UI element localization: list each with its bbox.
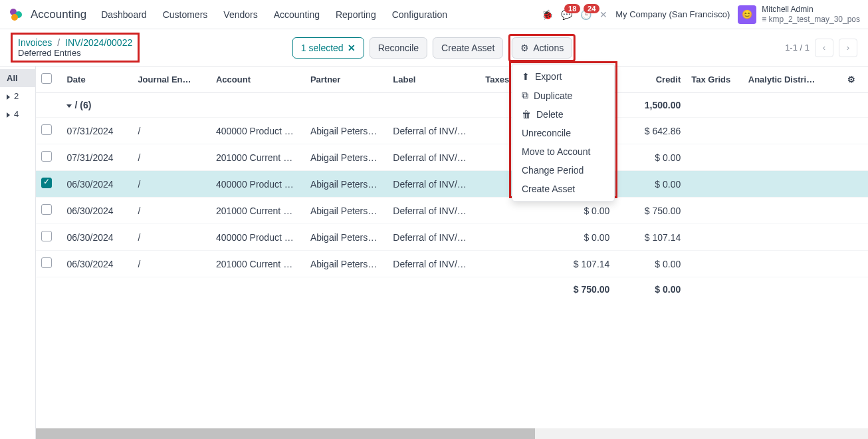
- total-debit: $ 750.00: [544, 277, 615, 302]
- col-account[interactable]: Account: [211, 67, 305, 93]
- adjust-icon[interactable]: ⚙: [847, 74, 855, 84]
- sidebar-item-4[interactable]: 4: [0, 105, 35, 123]
- action-unreconcile[interactable]: Unreconcile: [512, 124, 614, 142]
- activities-icon[interactable]: 🕒24: [580, 9, 592, 20]
- app-logo[interactable]: [8, 7, 24, 23]
- nav-dashboard[interactable]: Dashboard: [101, 9, 147, 20]
- action-duplicate[interactable]: ⧉Duplicate: [512, 86, 614, 105]
- group-row[interactable]: / (6) 1,500.00: [36, 93, 868, 118]
- row-checkbox[interactable]: [36, 118, 61, 144]
- caret-down-icon: [66, 104, 72, 108]
- navbar: Accounting Dashboard Customers Vendors A…: [0, 0, 868, 29]
- nav-configuration[interactable]: Configuration: [392, 9, 447, 20]
- row-checkbox[interactable]: [36, 224, 61, 251]
- cell-date: 07/31/2024: [61, 118, 132, 144]
- row-checkbox[interactable]: [36, 171, 61, 198]
- actions-button[interactable]: ⚙ Actions: [512, 37, 572, 59]
- action-create-asset[interactable]: Create Asset: [512, 180, 614, 198]
- cell-partner: Abigail Peters…: [305, 198, 387, 224]
- messages-icon[interactable]: 💬18: [561, 9, 572, 20]
- cell-account: 400000 Product …: [211, 171, 305, 198]
- action-move-to-account[interactable]: Move to Account: [512, 142, 614, 161]
- cell-tax-grids: [686, 118, 743, 144]
- nav-reporting[interactable]: Reporting: [336, 9, 376, 20]
- cell-analytic: [743, 198, 843, 224]
- cell-credit: $ 107.14: [615, 224, 686, 251]
- cell-analytic: [743, 251, 843, 277]
- col-partner[interactable]: Partner: [305, 67, 387, 93]
- cell-journal: /: [132, 198, 211, 224]
- user-menu[interactable]: 😊 Mitchell Admin ≡ kmp_2_test_may_30_pos: [738, 5, 860, 24]
- horizontal-scrollbar[interactable]: [36, 428, 868, 439]
- table-header-row: Date Journal En… Account Partner Label T…: [36, 67, 868, 93]
- cell-analytic: [743, 144, 843, 171]
- cell-analytic: [743, 118, 843, 144]
- bug-icon[interactable]: 🐞: [542, 9, 553, 20]
- cell-journal: /: [132, 251, 211, 277]
- row-checkbox[interactable]: [36, 251, 61, 277]
- table-row[interactable]: 06/30/2024 / 201000 Current … Abigail Pe…: [36, 198, 868, 224]
- col-adjust[interactable]: ⚙: [842, 67, 868, 93]
- cell-tax-grids: [686, 198, 743, 224]
- cell-credit: $ 750.00: [615, 198, 686, 224]
- table-row[interactable]: 07/31/2024 / 400000 Product … Abigail Pe…: [36, 118, 868, 144]
- pager-next[interactable]: ›: [839, 39, 857, 57]
- cell-date: 06/30/2024: [61, 198, 132, 224]
- table-row[interactable]: 06/30/2024 / 400000 Product … Abigail Pe…: [36, 171, 868, 198]
- nav-accounting[interactable]: Accounting: [274, 9, 320, 20]
- row-checkbox[interactable]: [36, 198, 61, 224]
- total-credit: $ 0.00: [615, 277, 686, 302]
- col-label[interactable]: Label: [387, 67, 480, 93]
- gear-icon: ⚙: [520, 43, 529, 53]
- col-journal[interactable]: Journal En…: [132, 67, 211, 93]
- action-delete[interactable]: 🗑Delete: [512, 105, 614, 124]
- nav-menu: Dashboard Customers Vendors Accounting R…: [101, 9, 447, 20]
- col-tax-grids[interactable]: Tax Grids: [686, 67, 743, 93]
- cell-credit: $ 0.00: [615, 171, 686, 198]
- pager: 1-1 / 1 ‹ ›: [785, 39, 857, 57]
- cell-credit: $ 0.00: [615, 144, 686, 171]
- table: Date Journal En… Account Partner Label T…: [36, 67, 868, 439]
- breadcrumb-root[interactable]: Invoices: [18, 37, 52, 48]
- main: All 2 4 Date Journal En… Account Partner…: [0, 67, 868, 439]
- nav-vendors[interactable]: Vendors: [223, 9, 257, 20]
- cell-credit: $ 642.86: [615, 118, 686, 144]
- table-row[interactable]: 07/31/2024 / 201000 Current … Abigail Pe…: [36, 144, 868, 171]
- cell-account: 400000 Product …: [211, 224, 305, 251]
- table-row[interactable]: 06/30/2024 / 201000 Current … Abigail Pe…: [36, 251, 868, 277]
- pager-text[interactable]: 1-1 / 1: [785, 43, 810, 53]
- selection-pill[interactable]: 1 selected ✕: [292, 37, 364, 59]
- select-all-header[interactable]: [36, 67, 61, 93]
- action-change-period[interactable]: Change Period: [512, 161, 614, 180]
- cell-account: 201000 Current …: [211, 251, 305, 277]
- nav-customers[interactable]: Customers: [163, 9, 208, 20]
- sidebar-all[interactable]: All: [0, 69, 35, 87]
- create-asset-button[interactable]: Create Asset: [433, 37, 503, 59]
- reconcile-button[interactable]: Reconcile: [370, 37, 427, 59]
- breadcrumb-record[interactable]: INV/2024/00022: [65, 37, 132, 48]
- cell-tax-grids: [686, 224, 743, 251]
- center-controls: 1 selected ✕ Reconcile Create Asset ⚙ Ac…: [292, 34, 576, 62]
- close-icon[interactable]: ✕: [348, 43, 356, 53]
- cell-analytic: [743, 224, 843, 251]
- app-name[interactable]: Accounting: [31, 8, 86, 21]
- sidebar-item-2[interactable]: 2: [0, 87, 35, 105]
- col-analytic[interactable]: Analytic Distri…: [743, 67, 843, 93]
- company-selector[interactable]: My Company (San Francisco): [615, 9, 730, 19]
- cell-taxes: [480, 251, 544, 277]
- pager-prev[interactable]: ‹: [815, 39, 833, 57]
- tools-icon[interactable]: ✕: [599, 9, 607, 20]
- cell-label: Deferral of INV/…: [387, 118, 480, 144]
- totals-row: $ 750.00 $ 0.00: [36, 277, 868, 302]
- breadcrumb: Invoices / INV/2024/00022 Deferred Entri…: [11, 33, 140, 63]
- col-credit[interactable]: Credit: [615, 67, 686, 93]
- messages-count: 18: [564, 4, 580, 13]
- upload-icon: ⬆: [522, 71, 530, 82]
- cell-account: 201000 Current …: [211, 144, 305, 171]
- table-row[interactable]: 06/30/2024 / 400000 Product … Abigail Pe…: [36, 224, 868, 251]
- cell-debit: $ 107.14: [544, 251, 615, 277]
- row-checkbox[interactable]: [36, 144, 61, 171]
- action-export[interactable]: ⬆Export: [512, 67, 614, 86]
- col-date[interactable]: Date: [61, 67, 132, 93]
- cell-label: Deferral of INV/…: [387, 144, 480, 171]
